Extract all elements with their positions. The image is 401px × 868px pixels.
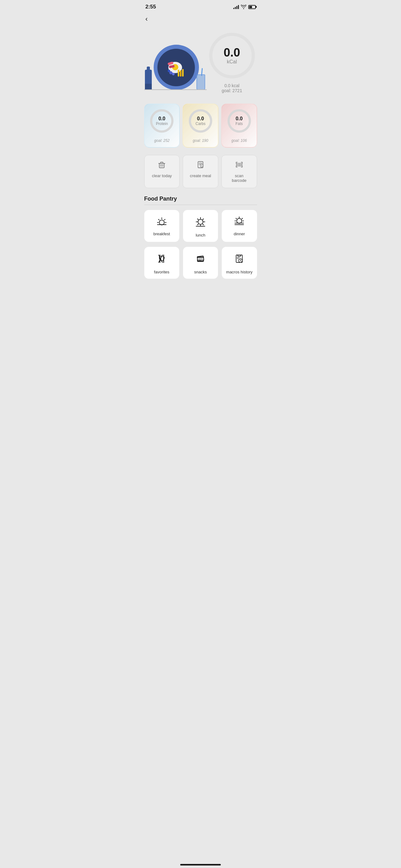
barcode-icon — [235, 160, 244, 171]
status-bar: 2:55 — [139, 0, 262, 12]
clear-today-button[interactable]: clear today — [144, 155, 180, 188]
carbs-goal: goal: 190 — [193, 138, 208, 143]
wifi-icon — [241, 5, 246, 9]
fats-ring: 0.0 Fats — [227, 108, 252, 133]
calorie-ring-container: 0.0 kCal 0.0 kcal goal: 2721 — [207, 31, 257, 93]
scan-barcode-label: scanbarcode — [232, 174, 246, 183]
battery-icon — [248, 5, 256, 9]
pantry-item-lunch[interactable]: lunch — [183, 210, 218, 242]
tickets-icon — [195, 253, 206, 267]
table-line — [144, 89, 207, 90]
svg-point-26 — [159, 220, 164, 225]
scan-barcode-button[interactable]: scanbarcode — [222, 155, 257, 188]
calorie-unit: kCal — [224, 59, 240, 65]
action-buttons: clear today create meal — [144, 155, 257, 188]
section-header: Food Pantry — [144, 188, 257, 205]
svg-rect-5 — [178, 70, 179, 76]
status-icons — [233, 5, 256, 9]
sun-icon — [195, 216, 206, 230]
clipboard-clock-icon — [234, 253, 245, 267]
pantry-item-breakfast[interactable]: breakfest — [144, 210, 179, 242]
lunch-label: lunch — [196, 233, 205, 238]
svg-point-9 — [172, 73, 175, 75]
plate-illustration — [152, 43, 199, 90]
glass-icon — [196, 74, 205, 90]
calorie-value: 0.0 — [224, 46, 240, 58]
pantry-item-dinner[interactable]: dinner — [222, 210, 257, 242]
svg-rect-22 — [239, 163, 240, 166]
svg-rect-7 — [182, 69, 183, 76]
svg-rect-20 — [238, 163, 238, 166]
hero-section: 0.0 kCal 0.0 kcal goal: 2721 — [144, 24, 257, 96]
carbs-ring: 0.0 Carbs — [188, 108, 213, 133]
home-indicator — [180, 864, 221, 866]
svg-point-10 — [168, 70, 170, 72]
signal-icon — [233, 5, 239, 9]
svg-rect-24 — [241, 163, 242, 166]
dinner-label: dinner — [234, 231, 245, 236]
pantry-grid-row1: breakfest lunch dinner — [144, 210, 257, 247]
protein-goal: goal: 252 — [154, 138, 170, 143]
svg-rect-19 — [237, 163, 237, 166]
status-time: 2:55 — [145, 4, 156, 10]
favorites-label: favorites — [154, 270, 169, 274]
pantry-item-snacks[interactable]: snacks — [183, 247, 218, 279]
protein-value: 0.0 — [156, 116, 168, 122]
food-items-svg — [159, 50, 193, 85]
macro-card-protein: 0.0 Protein goal: 252 — [144, 104, 180, 148]
fats-goal: goal: 106 — [231, 138, 247, 143]
sunrise-icon — [156, 216, 167, 228]
fats-name: Fats — [235, 122, 243, 126]
protein-name: Protein — [156, 122, 168, 126]
pantry-item-macros-history[interactable]: macros history — [222, 247, 257, 279]
pantry-item-favorites[interactable]: favorites — [144, 247, 179, 279]
meal-icon — [196, 160, 205, 171]
create-meal-label: create meal — [190, 174, 211, 178]
calorie-eaten: 0.0 kcal — [222, 83, 242, 88]
sunset-icon — [234, 216, 245, 228]
calorie-ring-text: 0.0 kCal — [224, 46, 240, 65]
svg-rect-6 — [180, 70, 181, 76]
breakfast-label: breakfest — [153, 231, 170, 236]
svg-point-27 — [198, 219, 203, 224]
main-content: 0.0 kCal 0.0 kcal goal: 2721 0.0 Protein — [139, 24, 262, 291]
svg-rect-23 — [240, 163, 241, 166]
macro-card-fats: 0.0 Fats goal: 106 — [222, 104, 257, 148]
macros-history-label: macros history — [226, 270, 253, 274]
carbs-value: 0.0 — [196, 116, 205, 122]
trash-icon — [157, 160, 166, 171]
fats-value: 0.0 — [235, 116, 243, 122]
bottle-icon — [145, 70, 152, 90]
calorie-ring: 0.0 kCal — [207, 31, 257, 81]
pantry-grid-row2: favorites snacks — [144, 247, 257, 291]
back-button[interactable]: ‹ — [139, 12, 154, 24]
food-illustration — [144, 34, 207, 90]
create-meal-button[interactable]: create meal — [183, 155, 218, 188]
svg-point-28 — [237, 218, 242, 223]
svg-rect-21 — [239, 163, 239, 166]
calorie-goal: goal: 2721 — [222, 88, 242, 93]
carbs-name: Carbs — [196, 122, 205, 126]
calorie-goal-text: 0.0 kcal goal: 2721 — [222, 83, 242, 93]
snacks-label: snacks — [194, 270, 207, 274]
clear-today-label: clear today — [152, 174, 172, 178]
protein-ring: 0.0 Protein — [149, 108, 174, 133]
food-pantry-title: Food Pantry — [144, 195, 257, 202]
heart-cross-icon — [156, 253, 167, 267]
macro-cards: 0.0 Protein goal: 252 0.0 Carbs goal: 19… — [144, 104, 257, 148]
macro-card-carbs: 0.0 Carbs goal: 190 — [183, 104, 218, 148]
